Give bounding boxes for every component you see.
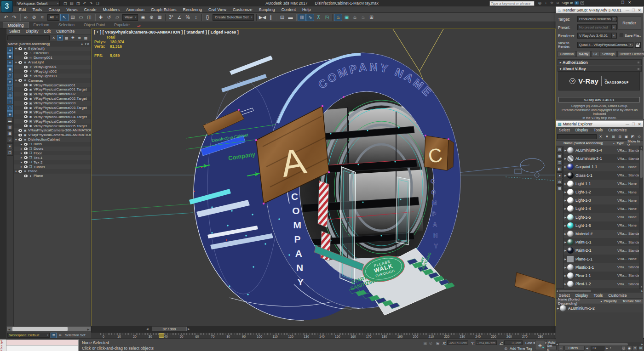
menu-civil-view[interactable]: Civil View (205, 6, 230, 12)
scene-tree-item-vrayphysicalcamera004[interactable]: ▣VRayPhysicalCamera004 (14, 110, 91, 114)
menu-customize[interactable]: Customize (53, 28, 77, 34)
sign-in-button[interactable]: Sign In (562, 1, 573, 5)
column-frozen-header[interactable]: Fo (85, 42, 89, 46)
expander-icon[interactable]: ▼ (15, 79, 18, 82)
material-list-hscrollbar[interactable]: ◀ ▶ (556, 289, 643, 293)
selection-lock-icon[interactable]: ⊘ (429, 341, 433, 345)
menu-select[interactable]: Select (556, 127, 573, 133)
scene-tree-item-circle001[interactable]: ○Circle001 (14, 51, 91, 56)
menu-customize[interactable]: Customize (605, 127, 629, 133)
viewport[interactable]: [ + ] [ VRayPhysicalCamera-360-ANIMATION… (91, 28, 556, 326)
expander-icon[interactable]: ▶ (564, 149, 567, 152)
scene-explorer-icon[interactable]: ▥ (298, 14, 306, 21)
material-explorer-title-bar[interactable]: ▦ Material Explorer — ❐ ✕ (556, 121, 643, 127)
favorites-icon[interactable]: ☆ (549, 0, 554, 6)
expander-icon[interactable]: ► (20, 165, 24, 168)
sort-mode-icon[interactable]: ▬ (7, 118, 13, 124)
minimize-button[interactable]: — (614, 0, 617, 5)
material-row-aluminium-1-2[interactable]: ▶ALuminium-1-2 (556, 304, 643, 312)
expander-icon[interactable]: ▼ (15, 138, 18, 141)
material-row-plane-1-1[interactable]: ▶Plane-1-1VRa...None (564, 255, 643, 263)
render-setup-tab-common[interactable]: Common (558, 51, 576, 57)
scroll-left-icon[interactable]: ◀ (7, 328, 12, 331)
window-crossing-icon[interactable]: ◫ (85, 14, 93, 21)
user-icon[interactable]: ☺ (555, 0, 560, 6)
expander-icon[interactable]: ▼ (15, 61, 18, 64)
scene-tree-item-vraylight003[interactable]: ☀VRayLight003 (14, 74, 91, 78)
key-filters-icon[interactable]: ≈ (558, 345, 564, 351)
material-row-plastic-1-1[interactable]: ▶Plastic-1-1VRa...Standa... (564, 263, 643, 272)
populate-flyout-icon[interactable]: ●▾ (137, 24, 141, 28)
visibility-eye-icon[interactable] (24, 102, 28, 105)
visibility-eye-icon[interactable] (24, 88, 28, 91)
save-file-checkbox[interactable] (620, 34, 623, 37)
visibility-eye-icon[interactable] (18, 79, 22, 82)
menu-scripting[interactable]: Scripting (255, 6, 278, 12)
visibility-eye-icon[interactable] (24, 147, 28, 150)
maximize-icon[interactable]: ❐ (631, 8, 636, 12)
ribbon-tab-freeform[interactable]: Freeform (29, 22, 54, 28)
frame-spinner-updown-icon[interactable]: ↕ (610, 346, 611, 350)
undo-icon[interactable]: ↶ (2, 14, 10, 21)
visibility-eye-icon[interactable] (24, 66, 28, 68)
expander-icon[interactable]: ▶ (556, 307, 560, 310)
scene-tree-item-arealight[interactable]: ▼≣AreaLight (14, 60, 91, 65)
expander-icon[interactable]: ▶ (564, 232, 567, 235)
view-list-icon[interactable]: ▤ (557, 147, 563, 153)
scene-tree-item-dummy001[interactable]: ◇Dummy001 (14, 56, 91, 60)
scene-tree-item-vrayphysicalcamera-360-animation-target[interactable]: ▣VRayPhysicalCamera-360-ANIMATION.Target (14, 133, 91, 137)
ribbon-tab-populate[interactable]: Populate (109, 22, 134, 28)
minimize-icon[interactable]: — (625, 122, 630, 126)
visibility-eye-icon[interactable] (24, 175, 28, 177)
expander-icon[interactable]: ▶ (564, 224, 567, 227)
scene-tree-item-plane[interactable]: ●Plane (14, 174, 91, 178)
visibility-eye-icon[interactable] (24, 143, 28, 146)
visibility-eye-icon[interactable] (18, 134, 22, 136)
pick-filter-icon[interactable]: ▽ (7, 137, 13, 143)
material-row-carpaint-1-1[interactable]: ▶Carpaint-1-1VRa...None (564, 163, 643, 171)
isolate-selection-icon[interactable]: ▣ (423, 341, 427, 345)
workspace-dropdown[interactable]: Workspace: Default (16, 1, 60, 6)
scroll-right-icon[interactable]: ▶ (641, 343, 643, 345)
render-production-icon[interactable]: ♨ (351, 14, 359, 21)
undo-icon[interactable]: ↶ (82, 0, 87, 6)
render-iterative-icon[interactable]: ♨ (359, 14, 367, 21)
scrollbar-thumb[interactable] (559, 290, 591, 292)
select-and-move-icon[interactable]: ✚ (97, 14, 105, 21)
track-bar[interactable]: ◀ 37 / 300 ▶ (91, 326, 556, 332)
search-input[interactable] (490, 1, 534, 6)
thumb-shaded-icon[interactable]: ◍ (557, 179, 563, 185)
menu-tools[interactable]: Tools (29, 6, 46, 12)
visibility-eye-icon[interactable] (24, 107, 28, 109)
visibility-eye-icon[interactable] (18, 61, 22, 64)
scene-tree-item-0-default[interactable]: ▼≣0 (default) (14, 46, 91, 51)
material-row-plexi-1-2[interactable]: ▶Plexi-1-2VRa...Standa... (564, 280, 643, 288)
viewport-canvas[interactable]: Disinfection Cabinet Company (92, 29, 555, 326)
spinner-snap-icon[interactable]: ↕ (192, 14, 200, 21)
expander-icon[interactable]: ▶ (564, 283, 567, 285)
filter-funnel-icon[interactable]: ▼ (604, 134, 610, 140)
scroll-left-icon[interactable]: ◀ (556, 343, 558, 345)
filters-button[interactable]: Filters... (564, 345, 585, 351)
new-folder-icon[interactable]: ❒ (7, 150, 13, 156)
lock-view-button[interactable] (635, 42, 641, 48)
scene-tree-item-vrayphysicalcamera004-target[interactable]: ▣VRayPhysicalCamera004.Target (14, 114, 91, 119)
scene-tree-item-tex-1[interactable]: ►❒Tex-1 (14, 155, 91, 160)
transform-gizmo-icon[interactable]: ⊞ (436, 341, 439, 345)
material-row-paint-1-1[interactable]: ▶Paint-1-1VRa...Standa... (564, 238, 643, 246)
expander-icon[interactable]: ► (20, 147, 24, 150)
frame-spinner-right-icon[interactable]: ▶ (606, 346, 608, 350)
frame-spinner-left-icon[interactable]: ◀ (586, 346, 588, 350)
macro-recorder-field[interactable] (6, 340, 79, 345)
bind-to-space-warp-icon[interactable]: ≈ (38, 14, 46, 21)
material-list-vscrollbar[interactable]: ▲ ▼ (639, 146, 643, 289)
download-app-icon[interactable]: ↓ (543, 0, 548, 6)
create-shortcut-button[interactable]: +▸ (535, 340, 545, 350)
visibility-eye-icon[interactable] (24, 120, 28, 123)
display-children-icon[interactable]: ▥ (7, 124, 13, 130)
scene-tree-item-plane[interactable]: ▼≣Plane (14, 169, 91, 174)
angle-snap-icon[interactable]: ∠ (175, 14, 184, 21)
align-icon[interactable]: ∥ (266, 14, 275, 21)
filter-helpers-icon[interactable]: ◸ (7, 73, 13, 79)
scene-tree-item-vrayphysicalcamera-360-animation[interactable]: ▣VRayPhysicalCamera-360-ANIMATION (14, 128, 91, 133)
